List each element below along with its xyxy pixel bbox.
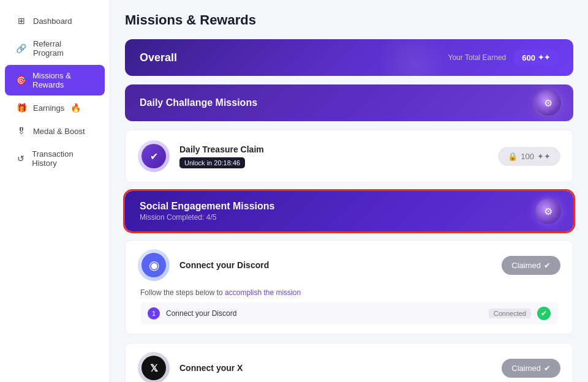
unlock-badge: Unlock in 20:18:46	[179, 157, 245, 168]
gear-icon: ⚙	[544, 97, 552, 109]
lock-icon: 🔒	[508, 152, 518, 161]
connect-x-card: 𝕏 Connect your X Claimed ✔	[125, 343, 573, 382]
step-check-icon: ✔	[537, 307, 551, 320]
sidebar-item-label: Missions & Rewards	[32, 71, 94, 89]
claimed-label: Claimed	[511, 261, 541, 270]
sidebar-item-label: Referral Program	[33, 39, 94, 58]
main-content: Missions & Rewards Overall Your Total Ea…	[110, 0, 588, 382]
sidebar-item-label: Transaction History	[32, 149, 94, 168]
reward-value: 100	[521, 152, 534, 161]
earned-badge: 600 ✦✦	[513, 50, 559, 66]
dashboard-icon: ⊞	[16, 16, 27, 26]
sidebar-item-referral[interactable]: 🔗 Referral Program	[5, 33, 105, 64]
overall-label: Overall	[140, 51, 177, 64]
social-subtitle: Mission Completed: 4/5	[140, 213, 559, 222]
daily-treasure-card: ✔ Daily Treasure Claim Unlock in 20:18:4…	[125, 130, 573, 182]
claimed-check-icon: ✔	[544, 261, 551, 270]
social-title: Social Engagement Missions	[140, 201, 559, 212]
overall-banner: Overall Your Total Earned 600 ✦✦	[125, 39, 573, 76]
sidebar-item-missions[interactable]: 🎯 Missions & Rewards	[5, 65, 105, 96]
step-num-text: 1	[152, 310, 156, 317]
follow-label: Follow the steps below to accomplish the…	[140, 288, 558, 297]
earnings-icon: 🎁	[16, 103, 27, 113]
accomplish-highlight: accomplish the mission	[225, 288, 301, 297]
step-text: Connect your Discord	[166, 309, 483, 318]
sidebar-item-transaction[interactable]: ↺ Transaction History	[5, 143, 105, 174]
discord-card: ◉ Connect your Discord Claimed ✔ Follow …	[125, 240, 573, 334]
fire-icon: 🔥	[70, 103, 81, 113]
x-check-icon: ✔	[544, 364, 551, 373]
discord-icon-wrap: ◉	[138, 249, 170, 281]
sidebar-item-label: Medal & Boost	[33, 127, 85, 136]
social-engagement-banner: Social Engagement Missions Mission Compl…	[125, 191, 573, 231]
discord-logo: ◉	[149, 258, 159, 272]
referral-icon: 🔗	[16, 43, 27, 53]
coin-icon: ✦✦	[538, 53, 550, 62]
treasure-icon: ✔	[141, 144, 166, 168]
connected-badge: Connected	[489, 309, 531, 318]
page-title: Missions & Rewards	[125, 12, 573, 28]
step-row: 1 Connect your Discord Connected ✔	[140, 302, 558, 325]
challenge-label: Daily Challange Missions	[140, 97, 257, 108]
missions-icon: 🎯	[16, 75, 26, 85]
x-claimed-button[interactable]: Claimed ✔	[502, 359, 560, 378]
sidebar-item-label: Earnings	[33, 103, 64, 113]
coin-symbol: ✦✦	[537, 152, 551, 161]
step-number: 1	[148, 307, 160, 320]
treasure-info: Daily Treasure Claim Unlock in 20:18:46	[179, 144, 488, 168]
x-icon-wrap: 𝕏	[138, 352, 170, 382]
sidebar-item-label: Dashboard	[33, 17, 72, 26]
sidebar-item-medal[interactable]: 🎖 Medal & Boost	[5, 120, 105, 142]
challenge-orb: ⚙	[535, 90, 561, 116]
discord-icon: ◉	[141, 253, 166, 277]
overall-right: Your Total Earned 600 ✦✦	[448, 50, 559, 66]
treasure-icon-wrap: ✔	[138, 140, 170, 172]
medal-icon: 🎖	[16, 126, 27, 136]
transaction-icon: ↺	[16, 154, 26, 163]
reward-button[interactable]: 🔒 100 ✦✦	[498, 147, 560, 166]
discord-title: Connect your Discord	[179, 260, 492, 270]
x-logo: 𝕏	[150, 362, 158, 374]
x-icon: 𝕏	[141, 356, 166, 380]
orb-gear-icon: ⚙	[544, 206, 552, 217]
discord-row: ◉ Connect your Discord Claimed ✔	[138, 249, 560, 281]
check-icon: ✔	[541, 309, 547, 318]
x-claimed-label: Claimed	[511, 364, 541, 373]
follow-steps: Follow the steps below to accomplish the…	[138, 288, 560, 325]
check-circle-icon: ✔	[150, 151, 158, 162]
discord-claimed-button[interactable]: Claimed ✔	[502, 256, 560, 275]
total-earned-label: Your Total Earned	[448, 53, 507, 62]
sidebar: ⊞ Dashboard 🔗 Referral Program 🎯 Mission…	[0, 0, 110, 382]
x-title: Connect your X	[179, 363, 492, 373]
social-orb: ⚙	[535, 198, 561, 224]
sidebar-item-dashboard[interactable]: ⊞ Dashboard	[5, 10, 105, 32]
daily-challenge-banner: Daily Challange Missions ⚙	[125, 84, 573, 121]
treasure-title: Daily Treasure Claim	[179, 144, 488, 154]
sidebar-item-earnings[interactable]: 🎁 Earnings 🔥	[5, 97, 105, 119]
earned-value: 600	[522, 53, 535, 62]
